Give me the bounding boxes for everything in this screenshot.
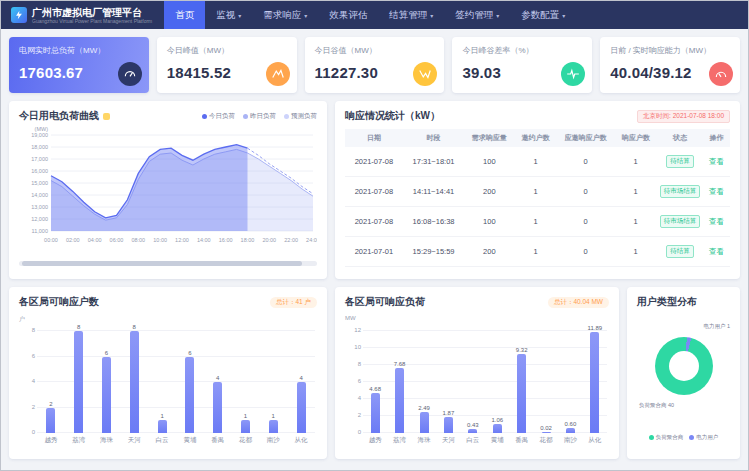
donut-legend-item-0[interactable]: 负荷聚合商 bbox=[649, 434, 684, 441]
bar-rect bbox=[241, 420, 250, 433]
response-stats-title-text: 响应情况统计（kW） bbox=[345, 109, 440, 123]
bar-4[interactable]: 0.43白云 bbox=[461, 422, 485, 445]
nav-item-demand-response[interactable]: 需求响应▾ bbox=[252, 1, 318, 29]
table-cell: 0 bbox=[557, 207, 615, 237]
bar-3[interactable]: 1.87天河 bbox=[436, 410, 460, 445]
bar-0[interactable]: 4.68越秀 bbox=[363, 386, 387, 445]
svg-text:18:00: 18:00 bbox=[241, 237, 255, 243]
bar-value-label: 1.06 bbox=[491, 417, 503, 423]
bar-rect bbox=[102, 357, 111, 434]
nav-item-parameter-config[interactable]: 参数配置▾ bbox=[510, 1, 576, 29]
view-link[interactable]: 查看 bbox=[709, 217, 724, 226]
kpi-peak-valley-rate[interactable]: 今日峰谷差率（%）39.03 bbox=[452, 37, 592, 93]
bar-value-label: 1.87 bbox=[443, 410, 455, 416]
bar-7[interactable]: 1花都 bbox=[232, 413, 260, 445]
svg-text:13,000: 13,000 bbox=[31, 204, 48, 210]
table-row: 2021-07-0817:31~18:01100101待结算查看 bbox=[345, 147, 730, 177]
svg-text:20:00: 20:00 bbox=[262, 237, 276, 243]
legend-dot-icon bbox=[284, 114, 289, 119]
table-cell: 100 bbox=[464, 207, 514, 237]
bar-6[interactable]: 4番禺 bbox=[204, 375, 232, 445]
table-cell: 1 bbox=[614, 207, 656, 237]
kpi-label: 电网实时总负荷（MW） bbox=[19, 45, 139, 56]
app-title: 广州市虚拟电厂管理平台 bbox=[32, 7, 152, 18]
bar-category-label: 番禺 bbox=[515, 433, 528, 445]
kpi-today-peak[interactable]: 今日峰值（MW）18415.52 bbox=[157, 37, 297, 93]
nav-item-home[interactable]: 首页 bbox=[164, 1, 205, 29]
kpi-today-valley[interactable]: 今日谷值（MW）11227.30 bbox=[305, 37, 445, 93]
user-type-title-text: 用户类型分布 bbox=[637, 295, 697, 309]
bar-rect bbox=[444, 417, 453, 433]
status-badge: 待市场结算 bbox=[660, 215, 701, 228]
bar-rect bbox=[517, 354, 526, 433]
bar-8[interactable]: 0.60南沙 bbox=[558, 421, 582, 445]
bar-rect bbox=[371, 393, 380, 433]
user-type-donut-chart: 电力用户 1 负荷聚合商 40 负荷聚合商电力用户 bbox=[637, 309, 730, 443]
bar-category-label: 白云 bbox=[466, 433, 479, 445]
peak-icon bbox=[266, 62, 290, 86]
column-header: 操作 bbox=[703, 129, 730, 147]
bar-0[interactable]: 2越秀 bbox=[37, 401, 65, 446]
app-subtitle: Guangzhou Virtual Power Plant Management… bbox=[32, 18, 152, 24]
table-cell: 200 bbox=[464, 237, 514, 267]
nav-item-settlement-management[interactable]: 结算管理▾ bbox=[378, 1, 444, 29]
table-cell: 查看 bbox=[703, 177, 730, 207]
legend-item-1[interactable]: 昨日负荷 bbox=[243, 112, 276, 121]
meter-icon bbox=[709, 62, 733, 86]
view-link[interactable]: 查看 bbox=[709, 247, 724, 256]
bar-9[interactable]: 11.89从化 bbox=[583, 325, 607, 445]
legend-label: 昨日负荷 bbox=[250, 112, 276, 121]
bar-value-label: 1 bbox=[160, 413, 163, 419]
bar-rect bbox=[130, 331, 139, 433]
logo[interactable]: 广州市虚拟电厂管理平台 Guangzhou Virtual Power Plan… bbox=[11, 7, 152, 24]
bar-5[interactable]: 1.06黄埔 bbox=[485, 417, 509, 445]
table-cell: 1 bbox=[614, 237, 656, 267]
chart-scrollbar[interactable] bbox=[19, 261, 317, 266]
table-cell: 1 bbox=[514, 147, 556, 177]
bar-rect bbox=[213, 382, 222, 433]
y-tick-label: 0 bbox=[346, 429, 361, 435]
bars-area: 2越秀8荔湾6海珠8天河1白云6黄埔4番禺1花都1南沙4从化 bbox=[37, 315, 315, 445]
bar-2[interactable]: 2.49海珠 bbox=[412, 405, 436, 445]
bar-8[interactable]: 1南沙 bbox=[259, 413, 287, 445]
nav-item-monitoring[interactable]: 监视▾ bbox=[205, 1, 252, 29]
bar-value-label: 8 bbox=[77, 324, 80, 330]
bar-category-label: 从化 bbox=[588, 433, 601, 445]
donut-legend-item-1[interactable]: 电力用户 bbox=[689, 434, 718, 441]
legend-dot-icon bbox=[689, 435, 694, 440]
y-tick-label: 10 bbox=[346, 344, 361, 350]
legend-item-2[interactable]: 预测负荷 bbox=[284, 112, 317, 121]
legend-item-0[interactable]: 今日负荷 bbox=[202, 112, 235, 121]
bar-6[interactable]: 9.32番禺 bbox=[509, 347, 533, 445]
kpi-response-capacity[interactable]: 日前 / 实时响应能力（MW）40.04/39.12 bbox=[600, 37, 740, 93]
table-cell: 查看 bbox=[703, 207, 730, 237]
bar-9[interactable]: 4从化 bbox=[287, 375, 315, 445]
bars-area: 4.68越秀7.68荔湾2.49海珠1.87天河0.43白云1.06黄埔9.32… bbox=[363, 315, 607, 445]
bar-value-label: 0.43 bbox=[467, 422, 479, 428]
bar-1[interactable]: 7.68荔湾 bbox=[387, 361, 411, 445]
bar-5[interactable]: 6黄埔 bbox=[176, 350, 204, 446]
kpi-grid-realtime-load[interactable]: 电网实时总负荷（MW）17603.67 bbox=[9, 37, 149, 93]
bar-value-label: 4 bbox=[216, 375, 219, 381]
district-load-panel: 各区局可响应负荷 总计：40.04 MW MW0246810124.68越秀7.… bbox=[335, 287, 619, 459]
svg-text:11,000: 11,000 bbox=[32, 228, 48, 234]
bar-7[interactable]: 0.02花都 bbox=[534, 425, 558, 445]
kpi-row: 电网实时总负荷（MW）17603.67今日峰值（MW）18415.52今日谷值（… bbox=[9, 37, 740, 93]
bar-4[interactable]: 1白云 bbox=[148, 413, 176, 445]
bar-1[interactable]: 8荔湾 bbox=[65, 324, 93, 445]
column-header: 时段 bbox=[403, 129, 465, 147]
app-root: 广州市虚拟电厂管理平台 Guangzhou Virtual Power Plan… bbox=[0, 0, 749, 471]
view-link[interactable]: 查看 bbox=[709, 157, 724, 166]
view-link[interactable]: 查看 bbox=[709, 187, 724, 196]
nav-item-effect-evaluation[interactable]: 效果评估 bbox=[318, 1, 378, 29]
table-row: 2021-07-0814:11~14:41200101待市场结算查看 bbox=[345, 177, 730, 207]
load-curve-title-text: 今日用电负荷曲线 bbox=[19, 109, 99, 123]
nav-item-contract-management[interactable]: 签约管理▾ bbox=[444, 1, 510, 29]
bar-2[interactable]: 6海珠 bbox=[93, 350, 121, 446]
chart-scrollbar-thumb[interactable] bbox=[22, 261, 302, 266]
donut-ring[interactable] bbox=[655, 337, 713, 395]
table-cell: 2021-07-08 bbox=[345, 177, 403, 207]
pulse-icon bbox=[561, 62, 585, 86]
bar-3[interactable]: 8天河 bbox=[120, 324, 148, 445]
response-stats-panel: 响应情况统计（kW） 北京时间: 2021-07-08 18:00 日期时段需求… bbox=[335, 101, 740, 279]
